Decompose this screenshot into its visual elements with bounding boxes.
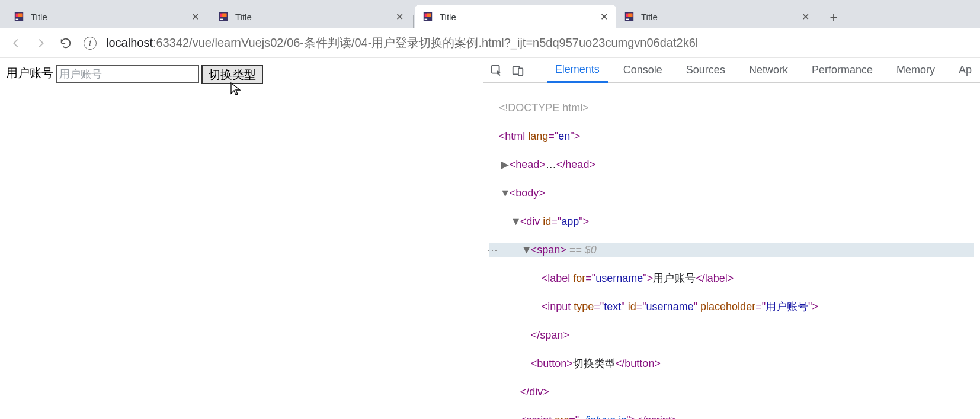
svg-rect-1 [16,19,19,20]
devtools-tab-sources[interactable]: Sources [678,59,734,82]
more-dots-icon[interactable]: ⋯ [487,243,498,257]
devtools-tab-performance[interactable]: Performance [803,59,881,82]
dom-node[interactable]: </div> [489,385,974,399]
close-icon[interactable]: ✕ [598,11,609,22]
browser-tab[interactable]: Title ✕ [6,5,207,28]
dom-node[interactable]: ▼<body> [489,186,974,200]
devtools-header: Elements Console Sources Network Perform… [483,58,980,83]
tab-title: Title [31,12,190,22]
devtools-tab-network[interactable]: Network [741,59,796,82]
devtools-tab-console[interactable]: Console [615,59,671,82]
svg-rect-5 [220,19,223,20]
intellij-icon [623,11,635,22]
dom-node[interactable]: <!DOCTYPE html> [489,101,974,115]
browser-tab[interactable]: Title ✕ [616,5,818,28]
close-icon[interactable]: ✕ [394,11,405,22]
reload-button[interactable] [59,36,73,50]
browser-toolbar: i localhost:63342/vue/learnVuejs02/06-条件… [0,28,980,58]
devtools-panel: Elements Console Sources Network Perform… [483,58,980,419]
tab-separator [209,15,209,28]
address-bar[interactable]: i localhost:63342/vue/learnVuejs02/06-条件… [84,35,971,51]
browser-tab-strip: Title ✕ Title ✕ Title ✕ Title ✕ + [0,0,980,28]
dom-node[interactable]: ▼<div id="app"> [489,214,974,228]
svg-rect-3 [18,14,22,17]
forward-button[interactable] [34,36,48,50]
url-path: :63342/vue/learnVuejs02/06-条件判读/04-用户登录切… [153,35,698,51]
svg-rect-7 [222,14,226,17]
dom-node[interactable]: <label for="username">用户账号</label> [489,271,974,285]
browser-tab[interactable]: Title ✕ [210,5,412,28]
devtools-tab-elements[interactable]: Elements [547,58,608,83]
site-info-icon[interactable]: i [84,37,97,50]
inspect-element-icon[interactable] [489,63,504,78]
tab-separator [819,15,819,28]
back-button[interactable] [9,36,23,50]
cursor-icon [230,82,242,96]
svg-rect-9 [425,19,428,20]
tab-title: Title [235,12,394,22]
dom-node[interactable]: <input type="text" id="username" placeho… [489,299,974,314]
separator [536,63,536,78]
dom-node[interactable]: <html lang="en"> [489,129,974,143]
devtools-tab-application[interactable]: Ap [950,59,980,82]
new-tab-button[interactable]: + [824,8,843,27]
button-label: 切换类型 [209,68,256,81]
close-icon[interactable]: ✕ [190,11,200,22]
intellij-icon [422,11,434,22]
username-input[interactable] [56,65,199,83]
tab-title: Title [641,12,800,22]
dom-node[interactable]: ▶<head>…</head> [489,157,974,172]
svg-rect-15 [628,14,632,17]
username-label: 用户账号 [6,65,53,81]
devtools-dom-tree[interactable]: <!DOCTYPE html> <html lang="en"> ▶<head>… [483,83,980,419]
svg-rect-13 [626,19,629,20]
switch-type-button[interactable]: 切换类型 [201,65,263,84]
dom-node[interactable]: <script src="../js/vue.js"></script> [489,413,974,419]
svg-rect-11 [427,14,431,17]
intellij-icon [217,11,229,22]
tab-separator [413,15,414,28]
dom-node[interactable]: </span> [489,328,974,342]
dom-node[interactable]: <button>切换类型</button> [489,356,974,370]
page-content: 用户账号 切换类型 [0,58,483,419]
close-icon[interactable]: ✕ [800,11,811,22]
devtools-tab-memory[interactable]: Memory [888,59,943,82]
browser-tab-active[interactable]: Title ✕ [415,5,616,28]
svg-rect-18 [518,68,523,75]
dom-node-selected[interactable]: ⋯▼<span> == $0 [489,243,974,257]
intellij-icon [13,11,25,22]
url-host: localhost [106,36,153,50]
tab-title: Title [440,12,598,22]
device-toolbar-icon[interactable] [511,63,525,78]
